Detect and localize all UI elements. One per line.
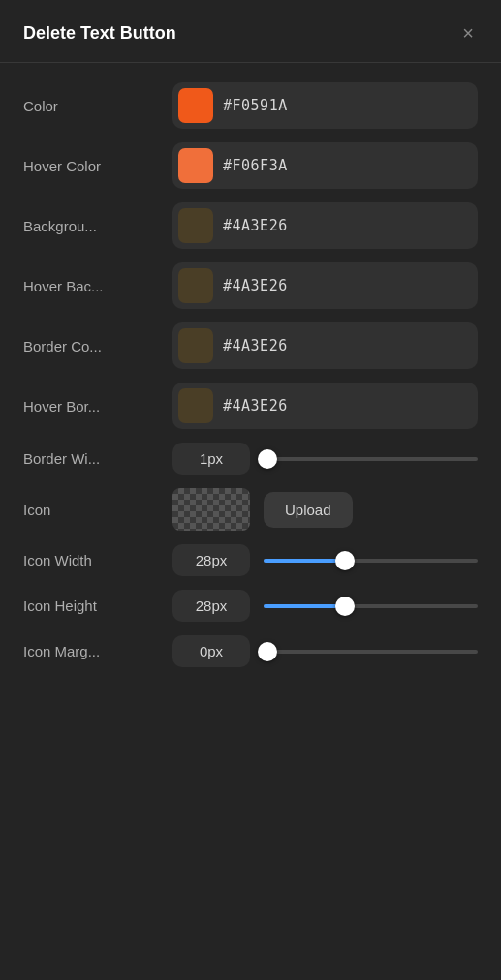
row-color: Color#F0591A — [23, 82, 478, 129]
icon-preview — [172, 488, 250, 531]
row-icon: IconUpload — [23, 488, 478, 531]
color-swatch-background — [178, 208, 213, 243]
label-border-width: Border Wi... — [23, 450, 159, 467]
color-field-color[interactable]: #F0591A — [172, 82, 478, 129]
slider-track-icon-height[interactable] — [264, 604, 478, 608]
color-hex-color: #F0591A — [223, 97, 288, 114]
slider-track-icon-margin[interactable] — [264, 650, 478, 654]
label-hover-background: Hover Bac... — [23, 278, 159, 294]
label-hover-color: Hover Color — [23, 158, 159, 174]
label-color: Color — [23, 98, 159, 114]
upload-button[interactable]: Upload — [264, 492, 353, 528]
row-hover-background: Hover Bac...#4A3E26 — [23, 262, 478, 309]
label-icon: Icon — [23, 502, 159, 518]
color-swatch-hover-border — [178, 388, 213, 423]
settings-rows: Color#F0591AHover Color#F06F3ABackgrou..… — [0, 75, 501, 690]
label-background: Backgrou... — [23, 218, 159, 234]
color-swatch-hover-background — [178, 268, 213, 303]
row-border-width: Border Wi...1px — [23, 443, 478, 475]
color-field-border-color[interactable]: #4A3E26 — [172, 322, 478, 369]
color-field-hover-color[interactable]: #F06F3A — [172, 142, 478, 189]
color-field-background[interactable]: #4A3E26 — [172, 202, 478, 249]
color-hex-hover-border: #4A3E26 — [223, 397, 288, 414]
value-box-icon-width[interactable]: 28px — [172, 544, 250, 576]
color-hex-hover-background: #4A3E26 — [223, 277, 288, 294]
label-icon-height: Icon Height — [23, 597, 159, 614]
label-icon-width: Icon Width — [23, 552, 159, 568]
slider-thumb-icon-margin[interactable] — [258, 642, 277, 661]
slider-fill-icon-width — [264, 559, 345, 563]
close-button[interactable]: × — [458, 19, 478, 46]
color-hex-hover-color: #F06F3A — [223, 157, 288, 174]
label-hover-border: Hover Bor... — [23, 398, 159, 414]
row-background: Backgrou...#4A3E26 — [23, 202, 478, 249]
value-box-icon-margin[interactable]: 0px — [172, 635, 250, 667]
panel-title: Delete Text Button — [23, 23, 176, 44]
color-field-hover-border[interactable]: #4A3E26 — [172, 383, 478, 429]
row-border-color: Border Co...#4A3E26 — [23, 322, 478, 369]
value-box-border-width[interactable]: 1px — [172, 443, 250, 475]
label-icon-margin: Icon Marg... — [23, 643, 159, 659]
slider-fill-icon-height — [264, 604, 345, 608]
slider-track-icon-width[interactable] — [264, 559, 478, 563]
row-hover-border: Hover Bor...#4A3E26 — [23, 383, 478, 429]
label-border-color: Border Co... — [23, 338, 159, 354]
slider-thumb-border-width[interactable] — [258, 449, 277, 469]
slider-track-border-width[interactable] — [264, 457, 478, 461]
color-swatch-color — [178, 88, 213, 123]
color-swatch-border-color — [178, 328, 213, 363]
color-field-hover-background[interactable]: #4A3E26 — [172, 262, 478, 309]
slider-thumb-icon-height[interactable] — [335, 597, 355, 616]
row-icon-height: Icon Height28px — [23, 590, 478, 622]
row-hover-color: Hover Color#F06F3A — [23, 142, 478, 189]
panel-header: Delete Text Button × — [0, 0, 501, 62]
header-divider — [0, 62, 501, 63]
row-icon-margin: Icon Marg...0px — [23, 635, 478, 667]
color-swatch-hover-color — [178, 148, 213, 183]
value-box-icon-height[interactable]: 28px — [172, 590, 250, 622]
slider-thumb-icon-width[interactable] — [335, 551, 355, 570]
panel: Delete Text Button × Color#F0591AHover C… — [0, 0, 501, 980]
color-hex-border-color: #4A3E26 — [223, 337, 288, 354]
color-hex-background: #4A3E26 — [223, 217, 288, 234]
row-icon-width: Icon Width28px — [23, 544, 478, 576]
